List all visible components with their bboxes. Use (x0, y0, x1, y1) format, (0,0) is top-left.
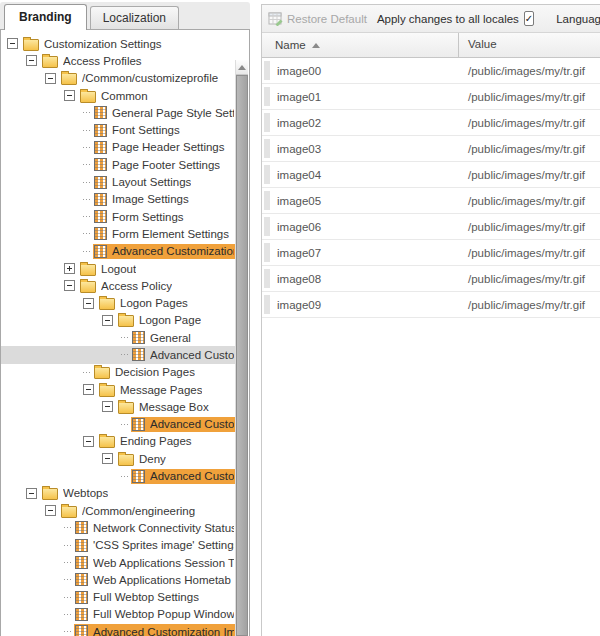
tree-item[interactable]: Deny (1, 450, 236, 467)
collapse-icon[interactable] (83, 436, 94, 447)
tree-item[interactable]: Page Header Settings (1, 139, 236, 156)
tree-item-content[interactable]: Image Settings (93, 192, 236, 207)
tree-item-content[interactable]: Ending Pages (98, 433, 236, 449)
table-row[interactable]: image02/public/images/my/tr.gif (262, 110, 600, 136)
collapse-icon[interactable] (83, 384, 94, 395)
table-row[interactable]: image04/public/images/my/tr.gif (262, 162, 600, 188)
tree-item[interactable]: Logon Pages (1, 294, 236, 311)
tree-item-content[interactable]: Logon Pages (98, 295, 236, 311)
table-row[interactable]: image07/public/images/my/tr.gif (262, 240, 600, 266)
tree-item-content[interactable]: Message Pages (98, 382, 236, 398)
tree-item-content[interactable]: Page Header Settings (93, 140, 236, 155)
tree-item[interactable]: Layout Settings (1, 173, 236, 190)
tree-item[interactable]: Access Policy (1, 277, 236, 294)
tree-item[interactable]: Message Box (1, 398, 236, 415)
tree-item-content[interactable]: Web Applications Hometab Se (74, 572, 236, 587)
table-row[interactable]: image03/public/images/my/tr.gif (262, 136, 600, 162)
tree-item-content[interactable]: Decision Pages (93, 364, 236, 380)
collapse-icon[interactable] (102, 401, 113, 412)
tree-item[interactable]: Advanced Customiza (1, 346, 236, 363)
tree-item[interactable]: Network Connectivity Status Ico (1, 519, 236, 536)
scrollbar-thumb[interactable] (236, 75, 248, 636)
tree-item-content[interactable]: General (131, 330, 236, 345)
apply-changes-checkbox[interactable]: ✓ (524, 11, 534, 26)
tree-item-selected[interactable]: Advanced Customiza (131, 469, 236, 484)
tree-item-content[interactable]: Access Policy (79, 278, 236, 294)
table-row[interactable]: image09/public/images/my/tr.gif (262, 292, 600, 318)
tree-scrollbar[interactable] (235, 60, 248, 636)
tree-item[interactable]: Customization Settings (1, 35, 236, 52)
tab-branding[interactable]: Branding (4, 4, 87, 30)
tree-item[interactable]: Logon Page (1, 312, 236, 329)
tree-item[interactable]: Web Applications Hometab Se (1, 571, 236, 588)
tree-item-content[interactable]: Form Settings (93, 209, 236, 224)
value-cell[interactable]: /public/images/my/tr.gif (459, 273, 600, 285)
tree-item[interactable]: Access Profiles (1, 52, 236, 69)
collapse-icon[interactable] (7, 38, 18, 49)
tab-localization[interactable]: Localization (90, 6, 179, 29)
value-cell[interactable]: /public/images/my/tr.gif (459, 221, 600, 233)
tree-item[interactable]: Form Settings (1, 208, 236, 225)
tree-item-content[interactable]: Network Connectivity Status Ico (74, 520, 236, 535)
tree-item-content[interactable]: /Common/customizeprofile (60, 70, 236, 86)
tree-item-content[interactable]: Common (79, 88, 236, 104)
collapse-icon[interactable] (45, 73, 56, 84)
tree-item-content[interactable]: Webtops (41, 485, 236, 501)
tree-item[interactable]: Advanced Customization Imag (1, 623, 236, 636)
tree-item-selected[interactable]: Advanced Customization Imag (74, 624, 236, 636)
tree-item[interactable]: Image Settings (1, 191, 236, 208)
tree-item-content[interactable]: Logout (79, 261, 236, 277)
tree-item[interactable]: Message Pages (1, 381, 236, 398)
column-header-value[interactable]: Value (459, 33, 600, 57)
tree-item-content[interactable]: Web Applications Session Tim (74, 555, 236, 570)
tree-item[interactable]: Ending Pages (1, 433, 236, 450)
tree-item-content[interactable]: Full Webtop Popup Window Se (74, 607, 236, 622)
tree-item[interactable]: Page Footer Settings (1, 156, 236, 173)
tree-item[interactable]: Webtops (1, 485, 236, 502)
tree-item[interactable]: 'CSS Sprites image' Settings (1, 537, 236, 554)
tree-item-content[interactable]: Layout Settings (93, 175, 236, 190)
tree-item-content[interactable]: /Common/engineering (60, 503, 236, 519)
tree-item[interactable]: Logout (1, 260, 236, 277)
table-row[interactable]: image00/public/images/my/tr.gif (262, 58, 600, 84)
value-cell[interactable]: /public/images/my/tr.gif (459, 91, 600, 103)
tree-item-content[interactable]: Font Settings (93, 123, 236, 138)
value-cell[interactable]: /public/images/my/tr.gif (459, 143, 600, 155)
tree-item[interactable]: Advanced Customization Im (1, 243, 236, 260)
tree-item[interactable]: Font Settings (1, 121, 236, 138)
scrollbar-up-icon[interactable] (236, 60, 248, 75)
tree-item-content[interactable]: Message Box (117, 399, 236, 415)
value-cell[interactable]: /public/images/my/tr.gif (459, 195, 600, 207)
table-row[interactable]: image01/public/images/my/tr.gif (262, 84, 600, 110)
tree-item-content[interactable]: Advanced Customiza (131, 347, 236, 362)
value-cell[interactable]: /public/images/my/tr.gif (459, 299, 600, 311)
tree-item[interactable]: /Common/engineering (1, 502, 236, 519)
column-header-name[interactable]: Name (262, 33, 459, 57)
tree-item[interactable]: /Common/customizeprofile (1, 70, 236, 87)
value-cell[interactable]: /public/images/my/tr.gif (459, 169, 600, 181)
tree-item-content[interactable]: General Page Style Settings (93, 105, 236, 120)
tree-item-content[interactable]: Access Profiles (41, 53, 236, 69)
tree-item-content[interactable]: Customization Settings (22, 36, 236, 52)
table-row[interactable]: image08/public/images/my/tr.gif (262, 266, 600, 292)
table-row[interactable]: image05/public/images/my/tr.gif (262, 188, 600, 214)
table-row[interactable]: image06/public/images/my/tr.gif (262, 214, 600, 240)
tree-item-selected[interactable]: Advanced Customiza (131, 417, 236, 432)
tree-item[interactable]: Full Webtop Popup Window Se (1, 606, 236, 623)
collapse-icon[interactable] (64, 280, 75, 291)
value-cell[interactable]: /public/images/my/tr.gif (459, 247, 600, 259)
tree-item[interactable]: General (1, 329, 236, 346)
tree-item[interactable]: Full Webtop Settings (1, 589, 236, 606)
value-cell[interactable]: /public/images/my/tr.gif (459, 65, 600, 77)
tree-item[interactable]: Form Element Settings (1, 225, 236, 242)
collapse-icon[interactable] (26, 55, 37, 66)
collapse-icon[interactable] (45, 505, 56, 516)
collapse-icon[interactable] (102, 453, 113, 464)
restore-default-button[interactable]: Restore Default (268, 11, 367, 26)
collapse-icon[interactable] (83, 298, 94, 309)
tree-item-content[interactable]: 'CSS Sprites image' Settings (74, 538, 236, 553)
collapse-icon[interactable] (26, 488, 37, 499)
tree-item-content[interactable]: Page Footer Settings (93, 157, 236, 172)
tree-item-content[interactable]: Logon Page (117, 312, 236, 328)
collapse-icon[interactable] (64, 90, 75, 101)
